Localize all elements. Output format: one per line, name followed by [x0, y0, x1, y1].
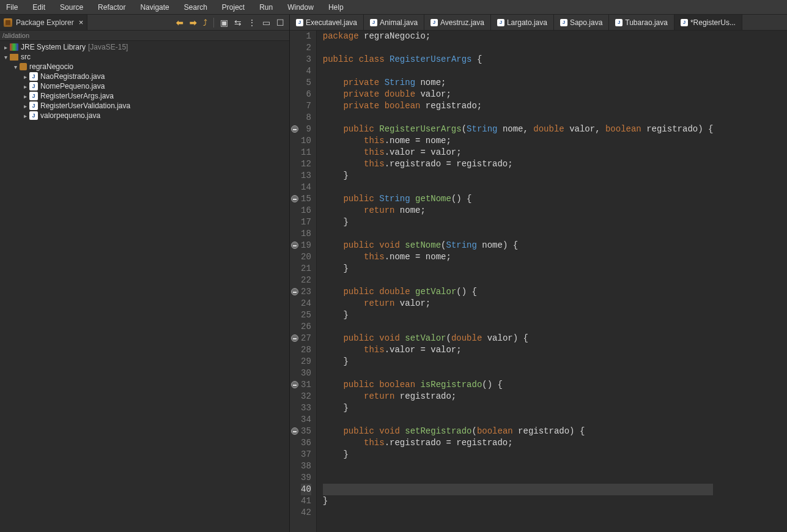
link-editor-icon[interactable]: ⇆: [234, 18, 242, 28]
package-explorer-tab[interactable]: Package Explorer ×: [0, 15, 87, 30]
collapse-all-icon[interactable]: ▣: [220, 18, 228, 28]
twisty-icon[interactable]: ▸: [21, 93, 29, 100]
line-number: 8: [301, 112, 311, 124]
code-line[interactable]: private boolean registrado;: [323, 100, 714, 112]
code-line[interactable]: public void setValor(double valor) {: [323, 333, 714, 344]
code-line[interactable]: }: [323, 309, 714, 321]
editor-area[interactable]: 1234567891011121314151617181920212223242…: [290, 31, 787, 532]
code-line[interactable]: public class RegisterUserArgs {: [323, 54, 714, 65]
close-icon[interactable]: ×: [79, 18, 84, 27]
twisty-icon[interactable]: ▸: [1, 44, 10, 51]
code-line[interactable]: public void setNome(String nome) {: [323, 240, 714, 251]
code-content[interactable]: package regraNegocio;public class Regist…: [317, 31, 714, 532]
code-line[interactable]: }: [323, 449, 714, 460]
code-line[interactable]: public RegisterUserArgs(String nome, dou…: [323, 124, 714, 135]
tree-file[interactable]: ▸JNaoRegistrado.java: [0, 72, 289, 81]
editor-tab[interactable]: JLargato.java: [491, 15, 554, 30]
twisty-icon[interactable]: ▾: [11, 64, 20, 70]
menu-file[interactable]: File: [2, 1, 25, 13]
tree-file[interactable]: ▸JRegisterUserArgs.java: [0, 91, 289, 101]
code-line[interactable]: this.registrado = registrado;: [323, 437, 714, 449]
editor-tab[interactable]: JAnimal.java: [364, 15, 424, 30]
code-line[interactable]: [323, 414, 714, 426]
code-line[interactable]: public double getValor() {: [323, 286, 714, 298]
code-line[interactable]: [323, 472, 714, 484]
editor-tab[interactable]: JSapo.java: [554, 15, 609, 30]
code-line[interactable]: return valor;: [323, 298, 714, 309]
minimize-icon[interactable]: ▭: [262, 18, 270, 28]
fold-marker-icon[interactable]: [291, 381, 298, 388]
tree-node-package[interactable]: regraNegocio: [29, 62, 73, 71]
code-line[interactable]: [323, 182, 714, 193]
code-line[interactable]: [323, 275, 714, 286]
code-line[interactable]: this.nome = nome;: [323, 251, 714, 263]
code-line[interactable]: this.valor = valor;: [323, 147, 714, 158]
menu-search[interactable]: Search: [177, 1, 215, 13]
fold-marker-icon[interactable]: [291, 334, 298, 342]
code-line[interactable]: public String getNome() {: [323, 193, 714, 205]
code-line[interactable]: [323, 321, 714, 333]
menu-source[interactable]: Source: [53, 1, 91, 13]
twisty-icon[interactable]: ▾: [1, 54, 10, 61]
code-line[interactable]: this.registrado = registrado;: [323, 158, 714, 170]
code-line[interactable]: [323, 228, 714, 240]
twisty-icon[interactable]: ▸: [21, 113, 29, 119]
menu-navigate[interactable]: Navigate: [133, 1, 176, 13]
code-line[interactable]: return registrado;: [323, 391, 714, 402]
library-icon: [10, 43, 18, 51]
code-line[interactable]: }: [323, 263, 714, 275]
editor-tab[interactable]: JAvestruz.java: [424, 15, 491, 30]
code-line[interactable]: public void setRegistrado(boolean regist…: [323, 426, 714, 437]
code-line[interactable]: [323, 460, 714, 472]
code-line[interactable]: [323, 42, 714, 54]
tree-file[interactable]: ▸JNomePequeno.java: [0, 81, 289, 91]
tree-file[interactable]: ▸Jvalorpequeno.java: [0, 111, 289, 120]
code-line[interactable]: package regraNegocio;: [323, 31, 714, 42]
twisty-icon[interactable]: ▸: [21, 103, 29, 109]
code-line[interactable]: }: [323, 356, 714, 368]
fold-marker-icon[interactable]: [291, 125, 298, 133]
fold-marker-icon[interactable]: [291, 288, 298, 295]
menu-project[interactable]: Project: [215, 1, 252, 13]
code-line[interactable]: private String nome;: [323, 77, 714, 89]
menu-refactor[interactable]: Refactor: [91, 1, 133, 13]
line-number: 27: [301, 333, 311, 344]
code-line[interactable]: private double valor;: [323, 89, 714, 100]
fold-marker-icon[interactable]: [291, 242, 298, 249]
code-line[interactable]: return nome;: [323, 205, 714, 216]
tree-node-jre[interactable]: JRE System Library: [21, 43, 86, 51]
code-line[interactable]: [323, 112, 714, 124]
project-tree[interactable]: ▸ JRE System Library [JavaSE-15] ▾ src ▾…: [0, 41, 289, 532]
up-icon[interactable]: ⤴: [203, 18, 207, 28]
twisty-icon[interactable]: ▸: [21, 83, 29, 90]
java-file-icon: J: [29, 92, 38, 100]
menu-help[interactable]: Help: [321, 1, 351, 13]
menu-edit[interactable]: Edit: [25, 1, 53, 13]
maximize-icon[interactable]: ☐: [276, 18, 284, 28]
code-line[interactable]: [323, 484, 714, 495]
code-line[interactable]: this.nome = nome;: [323, 135, 714, 147]
forward-icon[interactable]: ➡: [190, 18, 197, 28]
code-line[interactable]: }: [323, 495, 714, 507]
tree-node-src[interactable]: src: [21, 53, 31, 61]
menu-window[interactable]: Window: [280, 1, 321, 13]
menu-run[interactable]: Run: [252, 1, 280, 13]
tree-file[interactable]: ▸JRegisterUserValidation.java: [0, 101, 289, 111]
editor-tab[interactable]: JTubarao.java: [609, 15, 674, 30]
code-line[interactable]: this.valor = valor;: [323, 344, 714, 356]
editor-tab[interactable]: JExecutavel.java: [290, 15, 364, 30]
editor-tab[interactable]: J*RegisterUs...: [674, 15, 742, 30]
twisty-icon[interactable]: ▸: [21, 73, 29, 80]
fold-marker-icon[interactable]: [291, 195, 298, 202]
code-line[interactable]: [323, 507, 714, 519]
code-line[interactable]: public boolean isRegistrado() {: [323, 379, 714, 391]
code-line[interactable]: }: [323, 170, 714, 182]
code-line[interactable]: [323, 368, 714, 379]
code-line[interactable]: [323, 65, 714, 77]
code-line[interactable]: }: [323, 216, 714, 228]
back-icon[interactable]: ⬅: [176, 18, 183, 28]
fold-marker-icon[interactable]: [291, 427, 298, 435]
view-menu-icon[interactable]: ⋮: [248, 18, 256, 28]
code-line[interactable]: }: [323, 402, 714, 414]
editor-tab-label: Executavel.java: [306, 18, 357, 27]
